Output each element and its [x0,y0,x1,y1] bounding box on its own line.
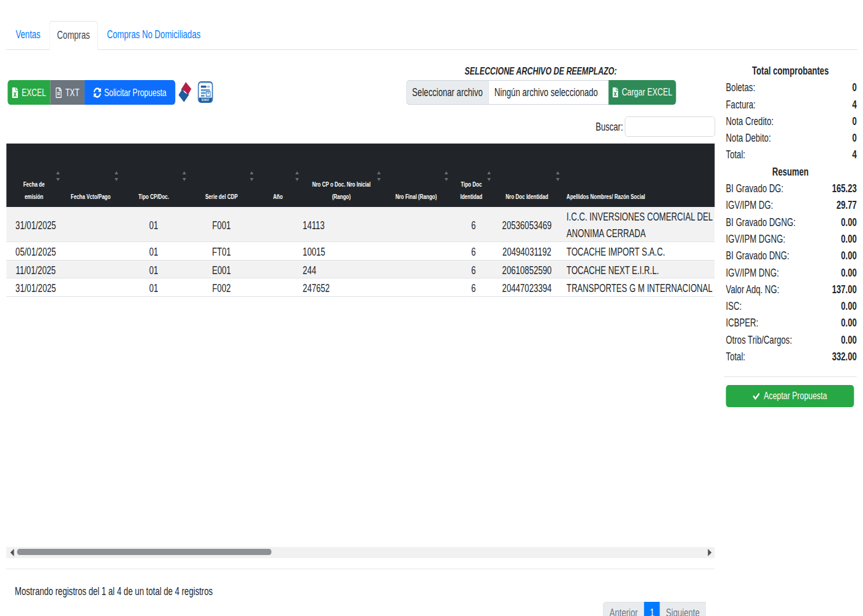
svg-text:SUNAT: SUNAT [202,98,210,102]
